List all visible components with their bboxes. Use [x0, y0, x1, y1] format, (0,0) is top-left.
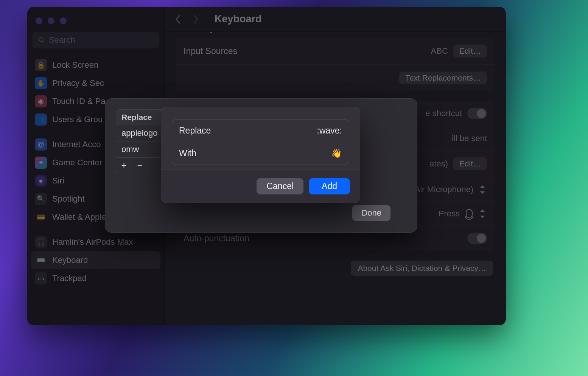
input-sources-value: ABC [431, 46, 448, 56]
sidebar-item-keyboard[interactable]: ⌨️ Keyboard [31, 251, 160, 269]
sidebar-item-label: Keyboard [52, 255, 88, 265]
auto-punctuation-label: Auto-punctuation [184, 233, 249, 244]
dialog-footer: Cancel Add [161, 169, 360, 203]
sidebar-item-label: Hamlin's AirPods Max [52, 237, 133, 247]
zoom-window-button[interactable] [60, 17, 67, 24]
sidebar-item-label: Game Center [52, 158, 102, 168]
at-icon: @ [35, 138, 47, 151]
remove-replacement-button[interactable]: − [132, 158, 148, 173]
add-replacement-button[interactable]: + [116, 158, 132, 173]
sidebar-item-label: Internet Acco [52, 140, 101, 149]
partial-text: e shortcut [425, 109, 462, 118]
cancel-button[interactable]: Cancel [257, 178, 303, 194]
sidebar-item-label: Users & Grou [52, 115, 103, 124]
svg-point-0 [39, 37, 43, 42]
sidebar-item-privacy[interactable]: ✋ Privacy & Sec [31, 74, 160, 92]
field-group: Replace :wave: With 👋 [172, 119, 349, 165]
sidebar-item-label: Lock Screen [52, 60, 98, 70]
popup-chevrons-icon [479, 209, 487, 219]
sidebar-item-label: Trackpad [52, 273, 87, 283]
search-field[interactable] [33, 32, 159, 48]
window-controls [27, 12, 164, 32]
text-input-panel: Input Sources ABC Edit… Text Replacement… [176, 38, 495, 91]
close-window-button[interactable] [36, 17, 42, 24]
replace-field-value[interactable]: :wave: [317, 126, 342, 136]
input-sources-edit-button[interactable]: Edit… [453, 45, 487, 57]
wallet-icon: 💳 [35, 211, 47, 223]
shortcut-value: Press [439, 209, 460, 219]
section-header-text-input: Text Input [181, 32, 495, 33]
page-title: Keyboard [215, 13, 262, 25]
replace-field-label: Replace [179, 126, 211, 136]
text-replacements-button[interactable]: Text Replacements… [399, 71, 487, 84]
keyboard-icon: ⌨️ [35, 254, 47, 266]
sidebar-item-airpods[interactable]: 🎧 Hamlin's AirPods Max [31, 233, 160, 251]
sidebar-item-label: Touch ID & Pa [52, 96, 106, 106]
about-dictation-privacy-button[interactable]: About Ask Siri, Dictation & Privacy… [351, 261, 493, 276]
with-field-label: With [179, 148, 196, 158]
sheet-done-button[interactable]: Done [352, 205, 390, 221]
lock-icon: 🔒 [35, 59, 47, 71]
spotlight-icon: 🔍 [35, 193, 47, 205]
headphones-icon: 🎧 [35, 236, 47, 248]
sidebar-item-trackpad[interactable]: ▭ Trackpad [31, 269, 160, 287]
back-button[interactable] [173, 14, 184, 25]
titlebar: Keyboard [165, 7, 506, 32]
input-sources-label: Input Sources [184, 46, 237, 56]
trackpad-icon: ▭ [35, 272, 47, 284]
text-replacements-row: Text Replacements… [176, 65, 495, 91]
minimize-window-button[interactable] [48, 17, 54, 24]
search-icon [38, 36, 45, 44]
microphone-icon [466, 209, 473, 218]
sidebar-item-label: Siri [52, 176, 64, 186]
popup-chevrons-icon [479, 185, 487, 194]
add-button[interactable]: Add [309, 178, 350, 194]
replace-field[interactable]: Replace :wave: [172, 120, 349, 142]
input-sources-row: Input Sources ABC Edit… [176, 38, 495, 65]
search-input[interactable] [49, 35, 153, 45]
sidebar-item-label: Privacy & Sec [52, 78, 104, 88]
hand-icon: ✋ [35, 77, 47, 89]
forward-button[interactable] [190, 14, 201, 25]
game-center-icon: ✦ [35, 157, 47, 169]
partial-text: ill be sent [452, 134, 487, 143]
dictation-toggle[interactable] [467, 108, 487, 119]
siri-icon: ● [35, 175, 47, 187]
sidebar-item-lock-screen[interactable]: 🔒 Lock Screen [31, 56, 160, 74]
sidebar-item-label: Spotlight [52, 194, 85, 204]
language-edit-button[interactable]: Edit… [453, 157, 487, 170]
svg-line-1 [42, 41, 44, 43]
fingerprint-icon: ◉ [35, 95, 47, 107]
with-field-value[interactable]: 👋 [331, 148, 342, 158]
with-field[interactable]: With 👋 [172, 142, 349, 165]
auto-punctuation-toggle[interactable] [467, 233, 487, 244]
add-replacement-dialog: Replace :wave: With 👋 Cancel Add [161, 107, 360, 203]
users-icon: 👥 [35, 113, 47, 126]
partial-text: ates) [429, 159, 448, 169]
